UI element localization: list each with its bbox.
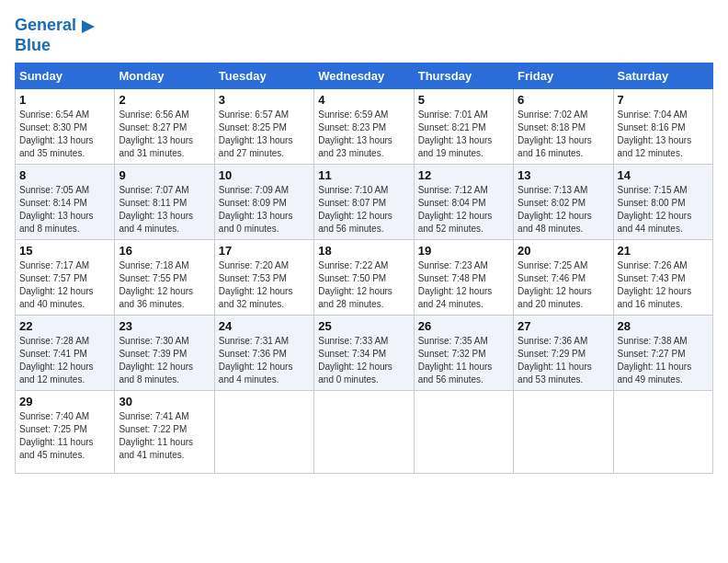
weekday-monday: Monday [115, 63, 214, 88]
calendar-cell: 29Sunrise: 7:40 AMSunset: 7:25 PMDayligh… [16, 390, 115, 473]
week-row-1: 1Sunrise: 6:54 AMSunset: 8:30 PMDaylight… [16, 88, 713, 164]
calendar-cell: 6Sunrise: 7:02 AMSunset: 8:18 PMDaylight… [514, 88, 613, 164]
calendar-cell: 20Sunrise: 7:25 AMSunset: 7:46 PMDayligh… [514, 239, 613, 315]
day-info: Sunrise: 7:04 AMSunset: 8:16 PMDaylight:… [618, 109, 709, 160]
calendar-cell: 17Sunrise: 7:20 AMSunset: 7:53 PMDayligh… [214, 239, 313, 315]
day-info: Sunrise: 7:31 AMSunset: 7:36 PMDaylight:… [219, 335, 310, 386]
day-info: Sunrise: 7:09 AMSunset: 8:09 PMDaylight:… [219, 184, 310, 236]
day-number: 29 [19, 395, 110, 408]
day-number: 12 [418, 168, 509, 182]
day-number: 27 [518, 319, 609, 333]
calendar-cell: 1Sunrise: 6:54 AMSunset: 8:30 PMDaylight… [16, 88, 115, 164]
day-info: Sunrise: 7:22 AMSunset: 7:50 PMDaylight:… [318, 259, 409, 311]
day-info: Sunrise: 7:15 AMSunset: 8:00 PMDaylight:… [618, 184, 709, 236]
calendar-cell [314, 390, 414, 473]
day-number: 9 [119, 168, 210, 182]
day-number: 26 [418, 319, 509, 333]
day-info: Sunrise: 7:38 AMSunset: 7:27 PMDaylight:… [618, 335, 709, 386]
header: General Blue [15, 15, 713, 55]
day-number: 16 [119, 244, 210, 258]
calendar-cell [613, 390, 712, 473]
day-number: 3 [219, 93, 310, 107]
calendar-cell: 21Sunrise: 7:26 AMSunset: 7:43 PMDayligh… [613, 239, 712, 315]
calendar: SundayMondayTuesdayWednesdayThursdayFrid… [15, 63, 713, 474]
weekday-sunday: Sunday [16, 63, 115, 88]
weekday-wednesday: Wednesday [314, 63, 414, 88]
weekday-header-row: SundayMondayTuesdayWednesdayThursdayFrid… [16, 63, 713, 88]
svg-marker-0 [82, 20, 95, 33]
day-info: Sunrise: 6:56 AMSunset: 8:27 PMDaylight:… [119, 109, 210, 160]
calendar-cell: 26Sunrise: 7:35 AMSunset: 7:32 PMDayligh… [414, 315, 513, 390]
calendar-cell: 11Sunrise: 7:10 AMSunset: 8:07 PMDayligh… [314, 164, 414, 239]
week-row-4: 22Sunrise: 7:28 AMSunset: 7:41 PMDayligh… [16, 315, 713, 390]
day-info: Sunrise: 7:28 AMSunset: 7:41 PMDaylight:… [19, 335, 110, 386]
calendar-cell: 7Sunrise: 7:04 AMSunset: 8:16 PMDaylight… [613, 88, 712, 164]
day-number: 23 [119, 319, 210, 333]
calendar-cell: 30Sunrise: 7:41 AMSunset: 7:22 PMDayligh… [115, 390, 214, 473]
day-info: Sunrise: 7:23 AMSunset: 7:48 PMDaylight:… [418, 259, 509, 311]
day-info: Sunrise: 6:54 AMSunset: 8:30 PMDaylight:… [19, 109, 110, 160]
day-info: Sunrise: 7:13 AMSunset: 8:02 PMDaylight:… [518, 184, 609, 236]
day-number: 2 [119, 93, 210, 107]
day-info: Sunrise: 7:33 AMSunset: 7:34 PMDaylight:… [318, 335, 409, 386]
day-number: 10 [219, 168, 310, 182]
calendar-cell: 18Sunrise: 7:22 AMSunset: 7:50 PMDayligh… [314, 239, 414, 315]
day-info: Sunrise: 7:20 AMSunset: 7:53 PMDaylight:… [219, 259, 310, 311]
day-info: Sunrise: 7:41 AMSunset: 7:22 PMDaylight:… [119, 410, 210, 462]
day-info: Sunrise: 7:05 AMSunset: 8:14 PMDaylight:… [19, 184, 110, 236]
day-number: 24 [219, 319, 310, 333]
day-number: 4 [318, 93, 409, 107]
day-number: 8 [19, 168, 110, 182]
calendar-cell: 22Sunrise: 7:28 AMSunset: 7:41 PMDayligh… [16, 315, 115, 390]
day-info: Sunrise: 7:35 AMSunset: 7:32 PMDaylight:… [418, 335, 509, 386]
calendar-cell: 13Sunrise: 7:13 AMSunset: 8:02 PMDayligh… [514, 164, 613, 239]
day-info: Sunrise: 7:02 AMSunset: 8:18 PMDaylight:… [518, 109, 609, 160]
day-number: 25 [318, 319, 409, 333]
day-info: Sunrise: 7:30 AMSunset: 7:39 PMDaylight:… [119, 335, 210, 386]
weekday-friday: Friday [514, 63, 613, 88]
calendar-cell [414, 390, 513, 473]
day-info: Sunrise: 7:36 AMSunset: 7:29 PMDaylight:… [518, 335, 609, 386]
calendar-cell: 2Sunrise: 6:56 AMSunset: 8:27 PMDaylight… [115, 88, 214, 164]
calendar-cell: 3Sunrise: 6:57 AMSunset: 8:25 PMDaylight… [214, 88, 313, 164]
day-info: Sunrise: 7:17 AMSunset: 7:57 PMDaylight:… [19, 259, 110, 311]
day-number: 7 [618, 93, 709, 107]
calendar-cell: 4Sunrise: 6:59 AMSunset: 8:23 PMDaylight… [314, 88, 414, 164]
day-number: 22 [19, 319, 110, 333]
day-info: Sunrise: 7:26 AMSunset: 7:43 PMDaylight:… [618, 259, 709, 311]
logo-text: General [15, 17, 76, 35]
calendar-cell: 16Sunrise: 7:18 AMSunset: 7:55 PMDayligh… [115, 239, 214, 315]
week-row-2: 8Sunrise: 7:05 AMSunset: 8:14 PMDaylight… [16, 164, 713, 239]
day-info: Sunrise: 6:57 AMSunset: 8:25 PMDaylight:… [219, 109, 310, 160]
calendar-cell: 28Sunrise: 7:38 AMSunset: 7:27 PMDayligh… [613, 315, 712, 390]
calendar-cell: 25Sunrise: 7:33 AMSunset: 7:34 PMDayligh… [314, 315, 414, 390]
calendar-cell: 12Sunrise: 7:12 AMSunset: 8:04 PMDayligh… [414, 164, 513, 239]
day-number: 11 [318, 168, 409, 182]
day-number: 13 [518, 168, 609, 182]
logo-arrow-icon [78, 17, 98, 37]
calendar-cell: 24Sunrise: 7:31 AMSunset: 7:36 PMDayligh… [214, 315, 313, 390]
day-info: Sunrise: 7:10 AMSunset: 8:07 PMDaylight:… [318, 184, 409, 236]
day-number: 5 [418, 93, 509, 107]
weekday-thursday: Thursday [414, 63, 513, 88]
day-info: Sunrise: 7:01 AMSunset: 8:21 PMDaylight:… [418, 109, 509, 160]
calendar-cell [514, 390, 613, 473]
day-number: 18 [318, 244, 409, 258]
day-number: 15 [19, 244, 110, 258]
calendar-cell: 19Sunrise: 7:23 AMSunset: 7:48 PMDayligh… [414, 239, 513, 315]
day-info: Sunrise: 7:40 AMSunset: 7:25 PMDaylight:… [19, 410, 110, 462]
calendar-cell: 10Sunrise: 7:09 AMSunset: 8:09 PMDayligh… [214, 164, 313, 239]
day-number: 30 [119, 395, 210, 408]
day-number: 28 [618, 319, 709, 333]
day-info: Sunrise: 7:12 AMSunset: 8:04 PMDaylight:… [418, 184, 509, 236]
week-row-3: 15Sunrise: 7:17 AMSunset: 7:57 PMDayligh… [16, 239, 713, 315]
day-number: 21 [618, 244, 709, 258]
day-info: Sunrise: 7:18 AMSunset: 7:55 PMDaylight:… [119, 259, 210, 311]
weekday-saturday: Saturday [613, 63, 712, 88]
day-number: 20 [518, 244, 609, 258]
weekday-tuesday: Tuesday [214, 63, 313, 88]
day-number: 19 [418, 244, 509, 258]
logo: General Blue [15, 15, 98, 55]
calendar-cell: 14Sunrise: 7:15 AMSunset: 8:00 PMDayligh… [613, 164, 712, 239]
calendar-cell: 9Sunrise: 7:07 AMSunset: 8:11 PMDaylight… [115, 164, 214, 239]
